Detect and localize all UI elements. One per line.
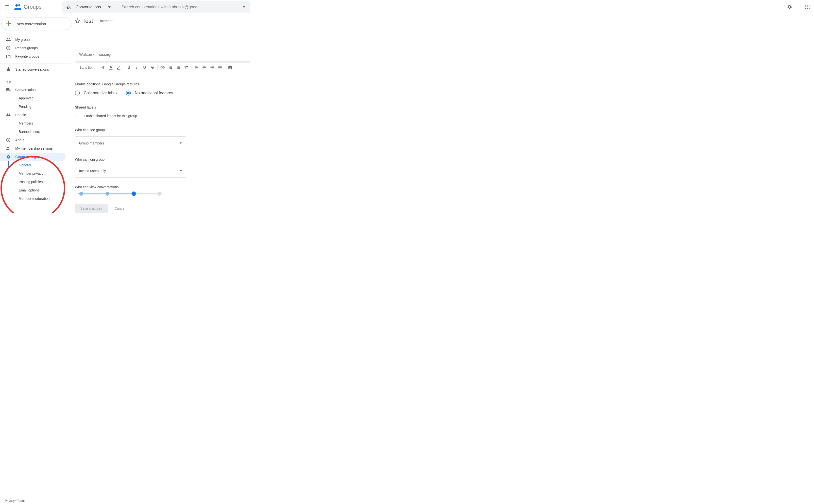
- underline-icon[interactable]: U: [141, 63, 148, 71]
- product-logo[interactable]: Groups: [13, 2, 41, 11]
- star-icon: [6, 67, 12, 72]
- people-icon: [6, 112, 12, 117]
- text-color-icon[interactable]: [107, 63, 115, 71]
- font-family-dropdown[interactable]: Sans Serif: [77, 66, 97, 69]
- radio-no-additional-features[interactable]: No additional features: [126, 91, 173, 95]
- formatting-toolbar: Sans Serif B I U S: [75, 63, 251, 72]
- align-center-icon[interactable]: [200, 63, 208, 71]
- save-button[interactable]: Save changes: [75, 204, 108, 213]
- radio-label: No additional features: [135, 91, 173, 95]
- svg-point-5: [805, 6, 806, 7]
- highlight-icon[interactable]: [115, 63, 123, 71]
- sidebar-item-member-privacy[interactable]: Member privacy: [0, 169, 71, 178]
- radio-label: Collaborative Inbox: [84, 91, 117, 95]
- sidebar-item-members[interactable]: Members: [0, 119, 71, 127]
- search-bar: Conversations: [62, 1, 250, 13]
- sidebar-item-general[interactable]: General: [0, 161, 71, 169]
- search-input[interactable]: [118, 5, 238, 9]
- dropdown-value: Group members: [79, 141, 104, 145]
- folder-star-icon: [6, 54, 12, 59]
- welcome-message-input[interactable]: [75, 48, 251, 62]
- search-options-icon[interactable]: [238, 6, 250, 8]
- separator: [98, 64, 98, 70]
- sidebar-item-membership-settings[interactable]: My membership settings: [0, 144, 71, 153]
- sidebar-item-group-settings[interactable]: Group settings: [0, 153, 65, 161]
- svg-point-9: [807, 8, 808, 9]
- sidebar-item-recent-groups[interactable]: Recent groups: [0, 44, 71, 52]
- member-count: 1 member: [97, 19, 112, 23]
- image-icon[interactable]: [226, 63, 234, 71]
- nav-label: People: [15, 113, 26, 117]
- bullet-list-icon[interactable]: [174, 63, 182, 71]
- new-conversation-button[interactable]: New conversation: [1, 17, 71, 30]
- radio-collaborative-inbox[interactable]: Collaborative Inbox: [75, 91, 117, 95]
- slider-thumb[interactable]: [131, 191, 136, 196]
- clock-icon: [6, 46, 12, 50]
- caret-down-icon: [179, 142, 182, 144]
- svg-point-10: [809, 8, 810, 9]
- star-outline-icon[interactable]: [75, 18, 80, 24]
- nav-label: Conversations: [15, 88, 37, 92]
- settings-gear-icon[interactable]: [786, 4, 792, 10]
- search-scope-dropdown[interactable]: Conversations: [76, 5, 118, 9]
- nav-label: General: [19, 163, 31, 167]
- who-can-join-dropdown[interactable]: Invited users only: [75, 164, 186, 178]
- nav-label: Member moderation: [19, 197, 49, 201]
- search-icon[interactable]: [62, 4, 76, 10]
- who-view-conv-heading: Who can view conversations: [75, 185, 811, 189]
- sidebar-item-pending[interactable]: Pending: [0, 102, 71, 111]
- sidebar-item-my-groups[interactable]: My groups: [0, 35, 71, 44]
- svg-rect-12: [117, 69, 120, 70]
- description-box[interactable]: [75, 28, 211, 44]
- divider: [0, 75, 71, 75]
- align-left-icon[interactable]: [192, 63, 200, 71]
- align-justify-icon[interactable]: [216, 63, 224, 71]
- people-icon: [6, 37, 12, 42]
- sidebar-item-starred[interactable]: Starred conversations: [0, 65, 71, 74]
- separator: [157, 64, 158, 70]
- shared-labels-checkbox[interactable]: Enable shared labels for this group: [75, 114, 811, 118]
- sidebar-item-conversations[interactable]: Conversations: [0, 86, 71, 94]
- slider-stop[interactable]: [79, 192, 83, 196]
- font-size-icon[interactable]: [99, 63, 107, 71]
- align-right-icon[interactable]: [208, 63, 216, 71]
- person-gear-icon: [6, 146, 12, 151]
- checkbox-label: Enable shared labels for this group: [84, 114, 137, 118]
- svg-point-7: [809, 6, 810, 7]
- italic-icon[interactable]: I: [133, 63, 141, 71]
- sidebar-item-about[interactable]: About: [0, 136, 71, 144]
- checkbox-unchecked-icon: [75, 114, 79, 118]
- strikethrough-icon[interactable]: S: [148, 63, 156, 71]
- sidebar-item-people[interactable]: People: [0, 111, 71, 119]
- plus-icon: [5, 20, 13, 28]
- svg-point-3: [807, 5, 808, 6]
- sidebar-item-favorite-groups[interactable]: Favorite groups: [0, 52, 71, 61]
- cancel-button[interactable]: Cancel: [114, 206, 125, 210]
- sidebar-item-member-moderation[interactable]: Member moderation: [0, 194, 71, 203]
- clear-format-icon[interactable]: [182, 63, 190, 71]
- hamburger-menu-icon[interactable]: [4, 4, 10, 10]
- sidebar-item-banned[interactable]: Banned users: [0, 127, 71, 136]
- apps-grid-icon[interactable]: [805, 4, 810, 10]
- svg-rect-11: [109, 69, 112, 70]
- slider-stop[interactable]: [105, 192, 109, 196]
- separator: [191, 64, 191, 70]
- sidebar-item-email-options[interactable]: Email options: [0, 186, 71, 194]
- dropdown-value: Invited users only: [79, 169, 106, 173]
- bold-icon[interactable]: B: [125, 63, 133, 71]
- radio-unchecked-icon: [75, 91, 80, 95]
- slider-stop[interactable]: [158, 192, 161, 196]
- numbered-list-icon[interactable]: [166, 63, 174, 71]
- sidebar: New conversation My groups Recent groups…: [0, 14, 71, 213]
- nav-label: Pending: [19, 105, 31, 109]
- shared-labels-heading: Shared labels: [75, 105, 811, 109]
- radio-checked-icon: [126, 91, 131, 95]
- link-icon[interactable]: [159, 63, 166, 71]
- nav-label: Banned users: [19, 130, 40, 134]
- permissions-slider[interactable]: [75, 191, 161, 196]
- chat-icon: [6, 87, 12, 92]
- who-can-see-dropdown[interactable]: Group members: [75, 136, 186, 150]
- caret-down-icon: [108, 6, 111, 8]
- sidebar-item-posting-policies[interactable]: Posting policies: [0, 178, 71, 186]
- sidebar-item-approved[interactable]: Approved: [0, 94, 71, 102]
